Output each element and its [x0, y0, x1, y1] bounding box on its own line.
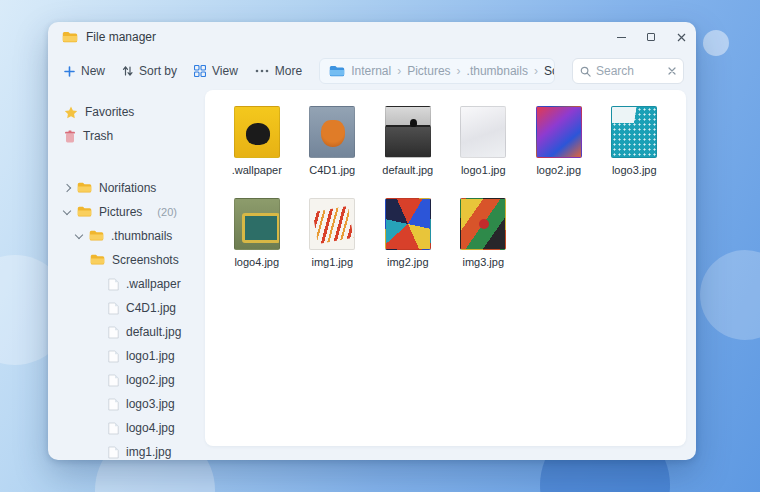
close-icon [677, 33, 686, 42]
sidebar-file-logo4[interactable]: logo4.jpg [48, 416, 205, 440]
file-thumbnail [536, 106, 582, 158]
sidebar-folder-thumbnails[interactable]: .thumbnails [48, 224, 205, 248]
breadcrumb-folder-icon [329, 65, 345, 78]
trash-icon [64, 130, 76, 143]
window-body: Favorites Trash Norifations Pictures (20… [48, 90, 696, 460]
sidebar-file-logo3[interactable]: logo3.jpg [48, 392, 205, 416]
file-name: logo3.jpg [612, 164, 657, 176]
file-thumbnail [234, 198, 280, 250]
view-button[interactable]: View [194, 64, 238, 78]
file-grid: .wallpaper C4D1.jpg default.jpg logo1.jp… [205, 90, 686, 284]
more-button[interactable]: More [255, 64, 302, 78]
file-label: logo3.jpg [126, 397, 175, 411]
trash-label: Trash [83, 129, 113, 143]
file-thumbnail [309, 106, 355, 158]
chevron-down-icon[interactable] [63, 206, 71, 214]
file-grid-item[interactable]: logo3.jpg [597, 106, 671, 176]
file-name: logo2.jpg [536, 164, 581, 176]
file-grid-item[interactable]: C4D1.jpg [295, 106, 369, 176]
clear-search-icon[interactable] [668, 67, 676, 75]
window-title: File manager [86, 30, 156, 44]
folder-label: Norifations [99, 181, 156, 195]
new-button[interactable]: New [64, 64, 105, 78]
folder-icon [77, 182, 92, 194]
breadcrumb-item-pictures[interactable]: Pictures [407, 64, 450, 78]
star-icon [64, 106, 78, 119]
file-name: img2.jpg [387, 256, 429, 268]
plus-icon [64, 66, 75, 77]
sidebar-file-wallpaper[interactable]: .wallpaper [48, 272, 205, 296]
file-name: img1.jpg [311, 256, 353, 268]
file-name: C4D1.jpg [309, 164, 355, 176]
file-icon [108, 398, 119, 411]
file-label: logo4.jpg [126, 421, 175, 435]
sort-by-button[interactable]: Sort by [122, 64, 177, 78]
sidebar-folder-pictures[interactable]: Pictures (20) [48, 200, 205, 224]
sidebar-folder-norifations[interactable]: Norifations [48, 176, 205, 200]
sidebar-folder-screenshots[interactable]: Screenshots [48, 248, 205, 272]
file-grid-item[interactable]: .wallpaper [220, 106, 294, 176]
file-thumbnail [385, 198, 431, 250]
app-folder-icon [62, 31, 78, 44]
file-name: default.jpg [382, 164, 433, 176]
breadcrumb[interactable]: Internal › Pictures › .thumbnails › Scre… [319, 58, 555, 84]
file-grid-item[interactable]: logo2.jpg [522, 106, 596, 176]
file-name: .wallpaper [232, 164, 282, 176]
search-box[interactable] [572, 58, 684, 84]
breadcrumb-item-internal[interactable]: Internal [351, 64, 391, 78]
sidebar-file-logo2[interactable]: logo2.jpg [48, 368, 205, 392]
folder-icon [77, 206, 92, 218]
file-label: C4D1.jpg [126, 301, 176, 315]
sidebar-item-trash[interactable]: Trash [48, 124, 205, 148]
sidebar-file-c4d1[interactable]: C4D1.jpg [48, 296, 205, 320]
file-grid-item[interactable]: img3.jpg [446, 198, 520, 268]
file-name: logo1.jpg [461, 164, 506, 176]
file-icon [108, 350, 119, 363]
maximize-icon [647, 33, 655, 41]
sidebar-file-default[interactable]: default.jpg [48, 320, 205, 344]
sidebar-item-favorites[interactable]: Favorites [48, 100, 205, 124]
chevron-down-icon[interactable] [75, 230, 83, 238]
file-thumbnail [234, 106, 280, 158]
sort-icon [122, 65, 133, 77]
minimize-button[interactable] [606, 22, 636, 52]
file-label: logo2.jpg [126, 373, 175, 387]
breadcrumb-item-screenshots[interactable]: Screenshots [544, 64, 555, 78]
file-grid-item[interactable]: img1.jpg [295, 198, 369, 268]
maximize-button[interactable] [636, 22, 666, 52]
file-name: logo4.jpg [234, 256, 279, 268]
breadcrumb-separator-icon: › [534, 64, 538, 78]
folder-count: (20) [157, 206, 177, 218]
search-input[interactable] [596, 64, 663, 78]
sidebar-file-logo1[interactable]: logo1.jpg [48, 344, 205, 368]
breadcrumb-item-thumbnails[interactable]: .thumbnails [467, 64, 528, 78]
folder-label: .thumbnails [111, 229, 172, 243]
file-panel[interactable]: .wallpaper C4D1.jpg default.jpg logo1.jp… [205, 90, 686, 446]
title-bar[interactable]: File manager [48, 22, 696, 52]
file-grid-item[interactable]: logo1.jpg [446, 106, 520, 176]
background-shape [703, 30, 729, 56]
minimize-icon [617, 37, 626, 38]
file-label: default.jpg [126, 325, 181, 339]
file-icon [108, 446, 119, 459]
view-label: View [212, 64, 238, 78]
search-icon [580, 66, 591, 77]
breadcrumb-separator-icon: › [457, 64, 461, 78]
folder-icon [90, 254, 105, 266]
folder-label: Screenshots [112, 253, 179, 267]
file-manager-window: File manager New Sort by View More [48, 22, 696, 460]
toolbar: New Sort by View More Internal › Picture… [48, 52, 696, 90]
file-grid-item[interactable]: logo4.jpg [220, 198, 294, 268]
favorites-label: Favorites [85, 105, 134, 119]
file-grid-item[interactable]: default.jpg [371, 106, 445, 176]
file-thumbnail [460, 198, 506, 250]
sidebar-file-img1[interactable]: img1.jpg [48, 440, 205, 460]
file-label: img1.jpg [126, 445, 171, 459]
close-button[interactable] [666, 22, 696, 52]
chevron-right-icon[interactable] [63, 184, 71, 192]
sidebar: Favorites Trash Norifations Pictures (20… [48, 90, 205, 460]
breadcrumb-separator-icon: › [397, 64, 401, 78]
file-icon [108, 278, 119, 291]
file-grid-item[interactable]: img2.jpg [371, 198, 445, 268]
file-icon [108, 302, 119, 315]
